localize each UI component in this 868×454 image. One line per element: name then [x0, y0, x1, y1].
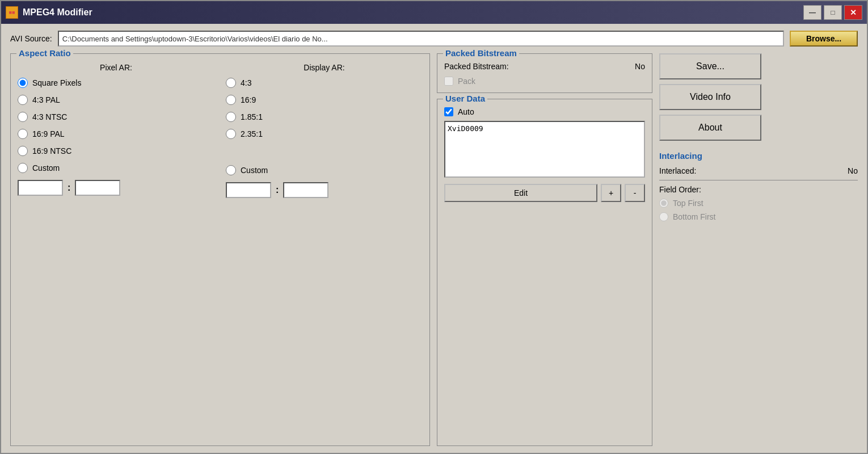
packed-bitstream-row: Packed Bitstream: No	[444, 62, 645, 71]
pixel-ar-pal43-label: 4:3 PAL	[32, 95, 60, 104]
display-ar-custom-input2[interactable]	[283, 182, 328, 198]
pixel-ar-custom-input2[interactable]	[75, 180, 120, 196]
main-panels: Aspect Ratio Pixel AR: Square Pixels	[10, 53, 858, 446]
auto-label: Auto	[458, 107, 474, 116]
avi-source-input[interactable]	[58, 31, 784, 47]
packed-bitstream-title: Packed Bitstream	[443, 48, 519, 58]
display-ar-custom-input1[interactable]	[226, 182, 271, 198]
title-bar-left: ■■ MPEG4 Modifier	[6, 6, 92, 19]
aspect-ratio-title: Aspect Ratio	[16, 48, 73, 58]
close-button[interactable]: ✕	[844, 5, 862, 20]
edit-button[interactable]: Edit	[444, 184, 597, 202]
display-ar-custom-radio[interactable]	[226, 165, 236, 175]
content-area: AVI Source: Browse... Aspect Ratio Pixel…	[1, 24, 867, 453]
display-ar-185-radio[interactable]	[226, 112, 236, 122]
pixel-ar-ntsc169-radio[interactable]	[18, 146, 28, 156]
pixel-ar-custom-section: Custom :	[18, 163, 214, 196]
pixel-ar-label: Pixel AR:	[18, 63, 214, 72]
pixel-ar-ntsc43-radio[interactable]	[18, 112, 28, 122]
pack-checkbox[interactable]	[444, 77, 453, 86]
minimize-button[interactable]: —	[803, 5, 821, 20]
user-data-title: User Data	[443, 94, 487, 103]
pixel-ar-square-label: Square Pixels	[32, 78, 81, 87]
title-controls: — □ ✕	[803, 5, 862, 20]
divider	[659, 180, 858, 180]
pixel-ar-ntsc43-label: 4:3 NTSC	[32, 112, 67, 121]
field-order-section: Field Order: Top First Bottom First	[659, 185, 858, 221]
pixel-ar-custom-input1[interactable]	[18, 180, 63, 196]
pixel-ar-ntsc43: 4:3 NTSC	[18, 112, 214, 122]
pixel-ar-ntsc169-label: 16:9 NTSC	[32, 146, 71, 155]
app-icon: ■■	[6, 6, 18, 19]
minus-button[interactable]: -	[625, 184, 645, 202]
interlaced-row: Interlaced: No	[659, 166, 858, 175]
ar-inner: Pixel AR: Square Pixels 4:3 PAL	[18, 63, 423, 201]
auto-check-row: Auto	[444, 107, 645, 116]
packed-bitstream-group: Packed Bitstream Packed Bitstream: No Pa…	[437, 53, 652, 93]
window-title: MPEG4 Modifier	[23, 7, 92, 18]
pixel-ar-ntsc169: 16:9 NTSC	[18, 146, 214, 156]
pack-label: Pack	[458, 77, 475, 86]
maximize-button[interactable]: □	[824, 5, 842, 20]
display-ar-custom: Custom	[226, 165, 423, 175]
display-ar-235: 2.35:1	[226, 129, 423, 139]
display-ar-column: Display AR: 4:3 16:9 1.85	[226, 63, 423, 201]
interlacing-section: Interlacing Interlaced: No Field Order: …	[659, 146, 858, 230]
bottom-first-item: Bottom First	[659, 212, 858, 221]
pixel-ar-custom-label: Custom	[32, 163, 60, 173]
pixel-ar-column: Pixel AR: Square Pixels 4:3 PAL	[18, 63, 214, 201]
pixel-ar-pal43-radio[interactable]	[18, 95, 28, 105]
avi-source-label: AVI Source:	[10, 34, 52, 43]
display-ar-169-radio[interactable]	[226, 95, 236, 105]
top-first-label: Top First	[673, 199, 703, 208]
about-button[interactable]: About	[659, 115, 761, 141]
user-data-textarea[interactable]: XviD0009	[444, 121, 645, 178]
display-ar-custom-inputs: :	[226, 182, 423, 198]
pixel-ar-square-radio[interactable]	[18, 78, 28, 88]
pixel-ar-pal169-label: 16:9 PAL	[32, 129, 65, 138]
display-ar-169: 16:9	[226, 95, 423, 105]
display-ar-43-label: 4:3	[241, 78, 251, 87]
right-panel: Save... Video Info About Interlacing Int…	[659, 53, 858, 446]
plus-button[interactable]: +	[601, 184, 621, 202]
display-ar-43-radio[interactable]	[226, 78, 236, 88]
pixel-ar-pal169-radio[interactable]	[18, 129, 28, 139]
main-window: ■■ MPEG4 Modifier — □ ✕ AVI Source: Brow…	[0, 0, 868, 454]
display-ar-235-radio[interactable]	[226, 129, 236, 139]
top-first-item: Top First	[659, 199, 858, 208]
display-ar-label: Display AR:	[226, 63, 423, 72]
pixel-ar-custom: Custom	[18, 163, 214, 173]
action-buttons: Save... Video Info About	[659, 53, 858, 141]
top-first-radio[interactable]	[659, 199, 668, 208]
browse-button[interactable]: Browse...	[790, 31, 858, 47]
pixel-ar-custom-inputs: :	[18, 180, 214, 196]
interlacing-title: Interlacing	[659, 151, 858, 161]
display-ar-43: 4:3	[226, 78, 423, 88]
user-data-buttons: Edit + -	[444, 184, 645, 202]
user-data-group: User Data Auto XviD0009 Edit + -	[437, 99, 652, 446]
pixel-ar-custom-radio[interactable]	[18, 163, 28, 173]
display-ar-169-label: 16:9	[241, 95, 256, 104]
field-order-label: Field Order:	[659, 185, 858, 194]
interlaced-label: Interlaced:	[659, 166, 696, 175]
bottom-first-label: Bottom First	[673, 212, 715, 221]
display-ar-235-label: 2.35:1	[241, 129, 263, 138]
video-info-button[interactable]: Video Info	[659, 84, 761, 110]
pixel-ar-colon: :	[68, 183, 70, 193]
title-bar: ■■ MPEG4 Modifier — □ ✕	[1, 1, 867, 24]
pixel-ar-pal169: 16:9 PAL	[18, 129, 214, 139]
save-button[interactable]: Save...	[659, 53, 761, 79]
display-ar-colon: :	[276, 185, 279, 195]
auto-checkbox[interactable]	[444, 107, 453, 116]
aspect-ratio-panel: Aspect Ratio Pixel AR: Square Pixels	[10, 53, 430, 446]
packed-bitstream-value: No	[635, 62, 645, 71]
middle-panel: Packed Bitstream Packed Bitstream: No Pa…	[437, 53, 652, 446]
pack-check-row: Pack	[444, 77, 645, 86]
display-ar-custom-section: Custom :	[226, 165, 423, 198]
display-ar-custom-label: Custom	[241, 166, 268, 175]
packed-bitstream-label: Packed Bitstream:	[444, 62, 509, 71]
interlaced-value: No	[848, 166, 858, 175]
pixel-ar-pal43: 4:3 PAL	[18, 95, 214, 105]
pixel-ar-square: Square Pixels	[18, 78, 214, 88]
bottom-first-radio[interactable]	[659, 212, 668, 221]
